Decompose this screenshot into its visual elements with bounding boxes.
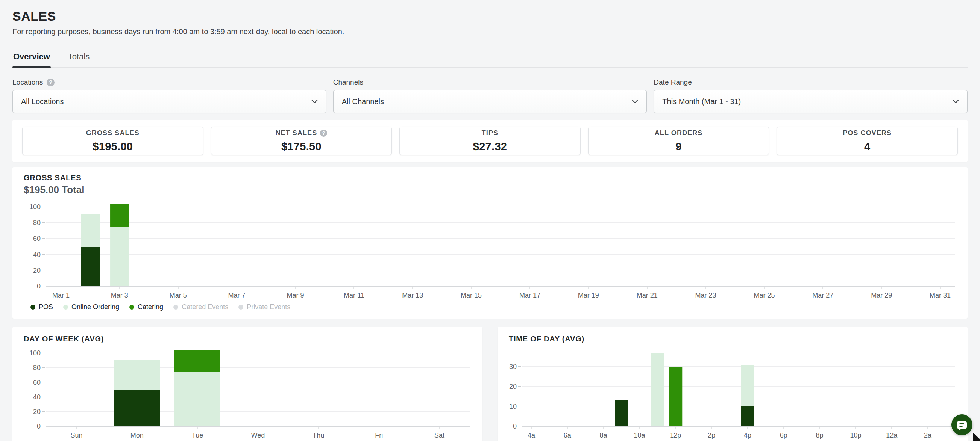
gridline xyxy=(46,397,470,397)
gridline xyxy=(522,406,955,406)
y-axis-label: 10 xyxy=(509,403,517,411)
x-axis-tick xyxy=(76,427,77,429)
legend-item-catered-events[interactable]: Catered Events xyxy=(173,303,228,311)
y-axis-tick xyxy=(42,382,45,382)
y-axis-tick xyxy=(42,353,45,353)
y-axis-tick xyxy=(518,406,521,406)
gridline xyxy=(46,353,470,353)
x-axis-label: Mar 25 xyxy=(754,292,775,299)
x-axis-label: Mar 5 xyxy=(170,292,187,299)
y-axis-label: 40 xyxy=(33,393,41,401)
x-axis: SunMonTueWedThuFriSat xyxy=(46,427,470,441)
x-axis-tick xyxy=(856,427,856,429)
locations-selected-value: All Locations xyxy=(21,97,64,106)
y-axis-tick xyxy=(42,270,45,270)
tab-totals[interactable]: Totals xyxy=(67,52,90,67)
gridline xyxy=(522,386,955,387)
gridline xyxy=(46,238,955,238)
x-axis-label: Mar 9 xyxy=(286,292,304,299)
channels-label: Channels xyxy=(333,78,363,86)
kpi-value: $175.50 xyxy=(281,141,321,153)
kpi-label: POS COVERS xyxy=(843,129,892,137)
legend-dot xyxy=(129,305,134,309)
kpi-card-gross-sales: GROSS SALES $195.00 xyxy=(22,127,204,155)
x-axis-label: Mar 7 xyxy=(228,292,245,299)
kpi-label: GROSS SALES xyxy=(86,129,140,137)
bottom-charts-row: DAY OF WEEK (AVG) 020406080100 SunMonTue… xyxy=(13,327,967,441)
chart-title: TIME OF DAY (AVG) xyxy=(509,334,956,343)
x-axis-label: 10p xyxy=(850,431,861,439)
x-axis-tick xyxy=(530,287,530,289)
help-icon[interactable]: ? xyxy=(47,79,54,86)
legend-dot xyxy=(173,305,178,309)
gross-sales-chart-card: GROSS SALES $195.00 Total 020406080100 M… xyxy=(13,167,967,319)
y-axis-tick xyxy=(42,286,45,286)
x-axis-tick xyxy=(60,287,61,289)
y-axis-label: 0 xyxy=(513,423,517,430)
x-axis-tick xyxy=(705,287,706,289)
sales-report-page: SALES For reporting purposes, business d… xyxy=(0,0,980,441)
bar-segment-online-ordering xyxy=(114,360,160,390)
legend-item-catering[interactable]: Catering xyxy=(129,303,163,311)
y-axis-tick xyxy=(42,254,45,255)
x-axis-tick xyxy=(379,427,379,429)
bar-mon xyxy=(114,360,160,426)
y-axis-tick xyxy=(518,366,521,366)
gridline xyxy=(46,254,955,255)
x-axis-tick xyxy=(197,427,198,429)
page-subtitle: For reporting purposes, business days ru… xyxy=(13,27,967,36)
x-axis-label: 2p xyxy=(708,431,715,439)
chat-button[interactable] xyxy=(951,414,972,435)
x-axis-tick xyxy=(675,427,676,429)
y-axis-label: 0 xyxy=(37,423,41,430)
kpi-label: NET SALES xyxy=(275,129,317,137)
kpi-value: $195.00 xyxy=(92,141,133,153)
y-axis-label: 60 xyxy=(33,379,41,387)
filters-row: Locations ? All Locations Channels All C… xyxy=(13,78,967,113)
x-axis-tick xyxy=(119,287,119,289)
x-axis-tick xyxy=(178,287,178,289)
legend-label: Catered Events xyxy=(181,303,228,311)
x-axis-label: Tue xyxy=(192,431,203,439)
y-axis-label: 20 xyxy=(33,267,41,274)
x-axis-tick xyxy=(567,427,568,429)
x-axis-tick xyxy=(531,427,531,429)
date-range-label: Date Range xyxy=(654,78,692,86)
x-axis-tick xyxy=(318,427,318,429)
x-axis-label: Mar 1 xyxy=(52,292,70,299)
x-axis-label: 8p xyxy=(816,431,824,439)
locations-select[interactable]: All Locations xyxy=(13,90,326,113)
x-axis-label: Mar 23 xyxy=(695,292,716,299)
help-icon[interactable]: ? xyxy=(320,130,327,137)
bar-mar-2 xyxy=(81,214,100,286)
legend-dot xyxy=(63,305,68,309)
x-axis-tick xyxy=(711,427,712,429)
chart-total: $195.00 Total xyxy=(24,184,956,196)
legend-item-private-events[interactable]: Private Events xyxy=(239,303,290,311)
y-axis-label: 60 xyxy=(33,235,41,243)
chevron-down-icon xyxy=(311,100,318,104)
x-axis-label: Mar 11 xyxy=(344,292,364,299)
x-axis-tick xyxy=(237,287,237,289)
bar-segment-catering xyxy=(669,366,682,426)
legend-item-pos[interactable]: POS xyxy=(30,303,53,311)
x-axis-label: Mar 19 xyxy=(578,292,599,299)
x-axis-label: Sun xyxy=(70,431,82,439)
gridline xyxy=(46,411,470,412)
legend-item-online-ordering[interactable]: Online Ordering xyxy=(63,303,119,311)
tab-overview[interactable]: Overview xyxy=(13,52,51,67)
y-axis-tick xyxy=(42,411,45,412)
y-axis-label: 30 xyxy=(509,363,517,371)
date-range-select[interactable]: This Month (Mar 1 - 31) xyxy=(654,90,967,113)
gridline xyxy=(46,206,955,207)
y-axis-tick xyxy=(42,367,45,368)
bar-tue xyxy=(175,350,220,426)
chart-title: GROSS SALES xyxy=(24,173,956,182)
kpi-card-pos-covers: POS COVERS 4 xyxy=(776,127,958,155)
x-axis-tick xyxy=(258,427,258,429)
channels-select[interactable]: All Channels xyxy=(333,90,647,113)
chevron-down-icon xyxy=(953,100,959,104)
y-axis-tick xyxy=(42,397,45,397)
date-range-selected-value: This Month (Mar 1 - 31) xyxy=(662,97,741,106)
x-axis-label: Fri xyxy=(375,431,383,439)
